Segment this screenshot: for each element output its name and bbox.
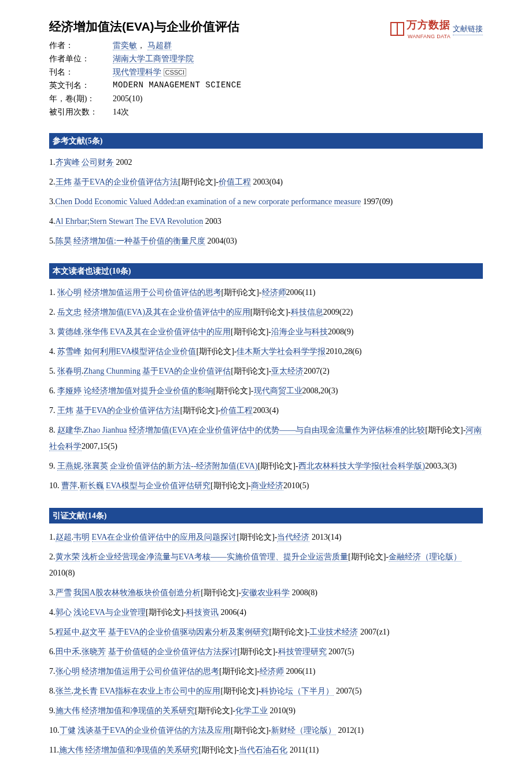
page-title: 经济增加值法(EVA)与企业价值评估 [49, 17, 390, 36]
author-link[interactable]: 张春明 [57, 367, 82, 376]
title-link[interactable]: 经济增加值和净现值的关系研究 [85, 746, 198, 755]
title-link[interactable]: 基于EVA的企业价值评估 [142, 367, 231, 376]
author-link[interactable]: 苏雪峰 [57, 347, 82, 356]
author-link[interactable]: 陈昊 [56, 237, 72, 246]
author-link[interactable]: Zhao Jianhua [84, 426, 127, 435]
section-citing: 引证文献(14条) [49, 508, 483, 523]
journal-link[interactable]: 科技资讯 [186, 608, 219, 617]
journal-link[interactable]: 经济师 [260, 667, 284, 676]
journal-link[interactable]: 商业经济 [251, 481, 283, 491]
author-link[interactable]: 施大伟 [56, 706, 80, 716]
journal-link[interactable]: 价值工程 [220, 406, 253, 415]
journal-link[interactable]: 金融经济（理论版） [389, 552, 461, 562]
entry-type: [期刊论文]- [238, 647, 278, 656]
reference-entry: 4.Al Ehrbar;Stern Stewart The EVA Revolu… [49, 213, 483, 230]
journal-link[interactable]: 当代经济 [277, 533, 309, 542]
journal-link[interactable]: 价值工程 [219, 178, 251, 187]
journal-link[interactable]: 当代石油石化 [239, 746, 287, 755]
title-link[interactable]: 公司财务 [82, 158, 114, 167]
author-link[interactable]: 丁健 [60, 726, 76, 735]
author-link[interactable]: 田中禾 [56, 647, 80, 657]
author-link[interactable]: 张晓芳 [82, 647, 106, 657]
author-link[interactable]: 王燕妮 [57, 462, 82, 471]
doc-link[interactable]: 文献链接 [453, 23, 483, 35]
title-link[interactable]: 如何利用EVA模型评估企业价值 [84, 347, 197, 356]
title-link[interactable]: 论经济增加值对提升企业价值的影响 [84, 386, 213, 396]
author-link[interactable]: 马超群 [147, 41, 172, 50]
title-link[interactable]: 我国A股农林牧渔板块价值创造分析 [73, 588, 201, 598]
author-link[interactable]: 韦明 [73, 533, 90, 542]
journal-link[interactable]: 化学工业 [235, 706, 268, 716]
unit-link[interactable]: 湖南大学工商管理学院 [113, 54, 194, 64]
author-label: 作者： [49, 39, 113, 51]
title-link[interactable]: 经济增加值(EVA)及其在企业价值评估中的应用 [84, 308, 250, 317]
author-link[interactable]: 王炜 [56, 178, 72, 187]
author-link[interactable]: 李娅婷 [57, 386, 82, 396]
author-link[interactable]: 张襄英 [84, 462, 108, 471]
journal-link[interactable]: 西北农林科技大学学报(社会科学版) [298, 462, 425, 471]
title-link[interactable]: 经济增加值运用于公司价值评估的思考 [82, 667, 219, 676]
title-link[interactable]: 企业价值评估的新方法--经济附加值(EVA) [110, 462, 258, 471]
section-references: 参考文献(5条) [49, 133, 483, 149]
author-link[interactable]: 张兰 [56, 687, 72, 696]
title-link[interactable]: EVA在企业价值评估中的应用及问题探讨 [92, 533, 237, 542]
journal-link[interactable]: 科技信息 [291, 308, 323, 317]
reference-entry: 4. 苏雪峰 如何利用EVA模型评估企业价值[期刊论文]-佳木斯大学社会科学学报… [49, 344, 483, 360]
author-link[interactable]: 靳长巍 [80, 481, 104, 491]
reference-entry: 3.Chen Dodd Economic Valued Added:an exa… [49, 194, 483, 210]
author-link[interactable]: 龙长青 [73, 687, 98, 696]
title-link[interactable]: 基于EVA的企业价值驱动因素分析及案例研究 [108, 628, 269, 637]
author-link[interactable]: 严雪 [56, 588, 72, 598]
author-link[interactable]: 张心明 [57, 288, 82, 297]
journal-link[interactable]: 新财经（理论版） [271, 726, 336, 735]
author-link[interactable]: 施大伟 [59, 746, 83, 755]
journal-link[interactable]: 科技管理研究 [278, 647, 327, 657]
title-link[interactable]: EVA模型与企业价值评估研究 [106, 481, 210, 491]
author-link[interactable]: 程延中 [56, 628, 80, 637]
reference-entry: 6.田中禾.张晓芳 基于价值链的企业价值评估方法探讨[期刊论文]-科技管理研究 … [49, 644, 483, 660]
author-link[interactable]: 王炜 [57, 406, 73, 415]
title-link[interactable]: 经济增加值和净现值的关系研究 [82, 706, 195, 716]
author-link[interactable]: 岳文忠 [57, 308, 82, 317]
author-link[interactable]: Chen Dodd [56, 197, 93, 207]
author-link[interactable]: Zhang Chunming [84, 367, 141, 376]
title-link[interactable]: EVA及其在企业价值评估中的应用 [110, 327, 231, 337]
journal-link[interactable]: 安徽农业科学 [241, 588, 290, 598]
author-link[interactable]: 齐寅峰 [56, 158, 80, 167]
title-link[interactable]: 基于价值链的企业价值评估方法探讨 [108, 647, 238, 657]
title-link[interactable]: 基于EVA的企业价值评估方法 [76, 406, 180, 415]
title-link[interactable]: EVA指标在农业上市公司中的应用 [100, 687, 221, 696]
entry-year: 2007(5) [327, 647, 354, 656]
entry-index: 5. [49, 237, 56, 245]
author-link[interactable]: 郭心 [56, 608, 72, 617]
author-link[interactable]: 曹萍 [61, 481, 77, 491]
title-link[interactable]: The EVA Revolution [135, 217, 203, 226]
journal-link[interactable]: 现代管理科学 [113, 68, 161, 77]
author-link[interactable]: 黄水荣 [56, 552, 80, 562]
title-link[interactable]: 经济增加值:一种基于价值的衡量尺度 [73, 237, 205, 246]
journal-link[interactable]: 科协论坛（下半月） [261, 687, 334, 696]
author-link[interactable]: Al Ehrbar;Stern Stewart [56, 217, 134, 226]
author-link[interactable]: 赵建华 [57, 426, 82, 435]
entry-year: 2007(z1) [358, 628, 389, 636]
author-link[interactable]: 赵文平 [82, 628, 106, 637]
title-link[interactable]: 浅谈基于EVA的企业价值评估的方法及应用 [77, 726, 231, 735]
author-link[interactable]: 黄德雄 [57, 327, 82, 337]
title-link[interactable]: Economic Valued Added:an examination of … [94, 197, 361, 207]
author-link[interactable]: 张华伟 [84, 327, 108, 337]
entry-year: 2007,15(5) [82, 442, 117, 451]
journal-link[interactable]: 佳木斯大学社会科学学报 [237, 347, 326, 356]
journal-link[interactable]: 经济师 [262, 288, 286, 297]
title-link[interactable]: 基于EVA的企业价值评估方法 [73, 178, 178, 187]
journal-link[interactable]: 沿海企业与科技 [271, 327, 328, 337]
author-link[interactable]: 赵超 [56, 533, 72, 542]
title-link[interactable]: 经济增加值(EVA)在企业价值评估中的优势——与自由现金流量作为评估标准的比较 [129, 426, 425, 435]
journal-link[interactable]: 工业技术经济 [309, 628, 358, 637]
author-link[interactable]: 张心明 [56, 667, 80, 676]
title-link[interactable]: 经济增加值运用于公司价值评估的思考 [84, 288, 221, 297]
journal-link[interactable]: 亚太经济 [271, 367, 304, 376]
journal-link[interactable]: 现代商贸工业 [254, 386, 302, 396]
title-link[interactable]: 浅析企业经营现金净流量与EVA考核——实施价值管理、提升企业运营质量 [82, 552, 348, 562]
author-link[interactable]: 雷奕敏 [113, 41, 137, 50]
title-link[interactable]: 浅论EVA与企业管理 [73, 608, 146, 617]
